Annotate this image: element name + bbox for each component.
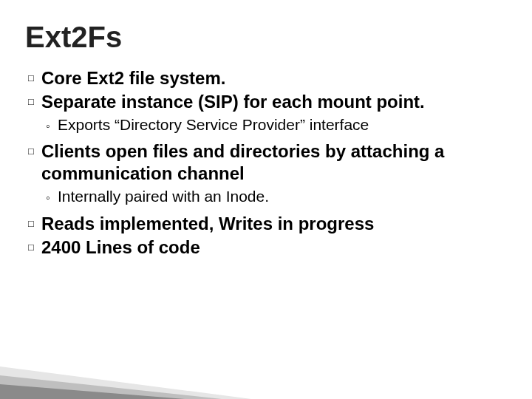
square-bullet-icon <box>28 67 40 89</box>
square-bullet-icon <box>28 213 40 235</box>
bullet-text: Exports “Directory Service Provider” int… <box>58 115 507 134</box>
bullet-l1: Clients open files and directories by at… <box>28 140 507 185</box>
square-bullet-icon <box>28 236 40 259</box>
svg-marker-1 <box>0 375 222 399</box>
bullet-l2: Exports “Directory Service Provider” int… <box>28 115 507 134</box>
slide: Ext2Fs Core Ext2 file system. Separate i… <box>0 0 532 399</box>
decorative-wedge-icon <box>0 332 251 399</box>
slide-title: Ext2Fs <box>25 21 507 54</box>
bullet-text: Reads implemented, Writes in progress <box>41 213 507 235</box>
svg-marker-2 <box>0 384 185 399</box>
bullet-l1: Separate instance (SIP) for each mount p… <box>28 91 507 113</box>
slide-body: Core Ext2 file system. Separate instance… <box>25 67 507 259</box>
bullet-l1: Reads implemented, Writes in progress <box>28 213 507 235</box>
bullet-text: Internally paired with an Inode. <box>58 186 507 206</box>
ring-bullet-icon <box>46 186 58 206</box>
svg-marker-0 <box>0 366 251 399</box>
square-bullet-icon <box>28 91 40 113</box>
bullet-l2: Internally paired with an Inode. <box>28 186 507 206</box>
bullet-text: Core Ext2 file system. <box>41 67 507 89</box>
bullet-l1: Core Ext2 file system. <box>28 67 507 89</box>
bullet-text: Clients open files and directories by at… <box>41 140 507 185</box>
bullet-l1: 2400 Lines of code <box>28 236 507 259</box>
bullet-text: Separate instance (SIP) for each mount p… <box>41 91 507 113</box>
bullet-text: 2400 Lines of code <box>41 236 507 259</box>
ring-bullet-icon <box>46 115 58 134</box>
square-bullet-icon <box>28 140 40 185</box>
